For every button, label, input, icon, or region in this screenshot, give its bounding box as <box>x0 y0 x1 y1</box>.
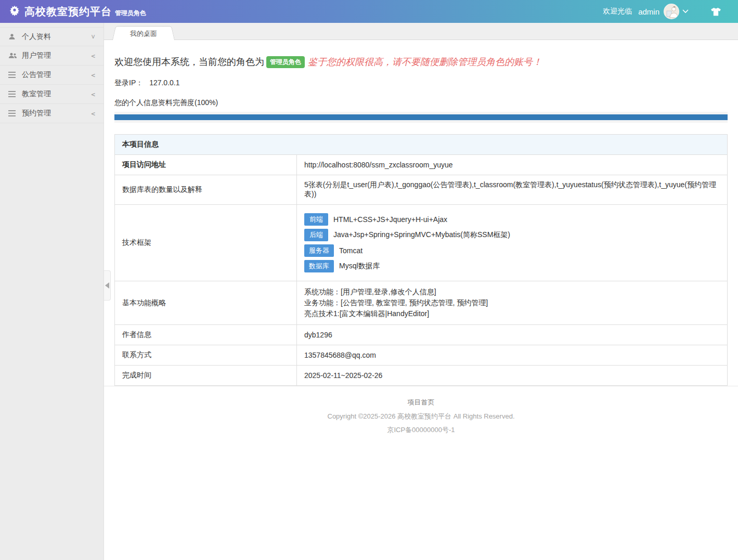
row-label: 数据库表的数量以及解释 <box>115 175 297 205</box>
row-label: 联系方式 <box>115 345 297 366</box>
row-value: http://localhost:8080/ssm_zxclassroom_yu… <box>297 155 728 175</box>
header-right: 欢迎光临 admin <box>603 4 729 19</box>
welcome-prefix: 欢迎您使用本系统，当前您的角色为 <box>114 56 264 68</box>
layout: 个人资料<用户管理<公告管理<教室管理<预约管理< 我的桌面 欢迎您使用本系统，… <box>0 23 738 560</box>
chevron-left-icon: < <box>91 71 95 79</box>
page-content: 欢迎您使用本系统，当前您的角色为 管理员角色 鉴于您的权限很高，请不要随便删除管… <box>104 40 738 386</box>
tshirt-theme-icon[interactable] <box>710 7 721 16</box>
table-row: 作者信息dyb1296 <box>115 325 728 345</box>
welcome-line: 欢迎您使用本系统，当前您的角色为 管理员角色 鉴于您的权限很高，请不要随便删除管… <box>114 56 728 68</box>
sidebar-item-label: 个人资料 <box>22 32 51 42</box>
welcome-label: 欢迎光临 <box>603 7 632 16</box>
login-ip-value: 127.0.0.1 <box>149 79 179 87</box>
sidebar-item[interactable]: 用户管理< <box>0 46 103 66</box>
gear-icon <box>9 6 20 19</box>
row-value: 5张表(分别是t_user(用户表),t_gonggao(公告管理表),t_cl… <box>297 175 728 205</box>
sidebar-item-label: 预约管理 <box>22 109 51 118</box>
tech-badge: 后端 <box>304 229 328 241</box>
chevron-left-icon: < <box>91 110 95 118</box>
collapse-arrow-icon <box>105 282 109 289</box>
app-header: 高校教室预约平台 管理员角色 欢迎光临 admin <box>0 0 738 23</box>
sidebar-item-label: 用户管理 <box>22 51 51 60</box>
login-ip-label: 登录IP： <box>114 79 143 87</box>
sidebar-item[interactable]: 个人资料< <box>0 27 103 46</box>
table-row: 项目访问地址http://localhost:8080/ssm_zxclassr… <box>115 155 728 175</box>
sidebar-item[interactable]: 教室管理< <box>0 85 103 104</box>
chevron-left-icon: < <box>91 52 95 60</box>
row-label: 技术框架 <box>115 205 297 281</box>
profile-completeness-label: 您的个人信息资料完善度(100%) <box>114 98 728 108</box>
sidebar: 个人资料<用户管理<公告管理<教室管理<预约管理< <box>0 23 104 560</box>
tech-line: 服务器Tomcat <box>304 244 720 257</box>
profile-progress-track <box>114 112 728 123</box>
feature-line: 亮点技术1:[富文本编辑器|HandyEditor] <box>304 308 720 319</box>
table-row: 数据库表的数量以及解释5张表(分别是t_user(用户表),t_gonggao(… <box>115 175 728 205</box>
row-label: 项目访问地址 <box>115 155 297 175</box>
sidebar-item[interactable]: 公告管理< <box>0 66 103 85</box>
row-value: 1357845688@qq.com <box>297 345 728 366</box>
row-label: 完成时间 <box>115 366 297 386</box>
login-ip-line: 登录IP： 127.0.0.1 <box>114 79 728 88</box>
sidebar-menu: 个人资料<用户管理<公告管理<教室管理<预约管理< <box>0 27 103 123</box>
sidebar-item-label: 公告管理 <box>22 70 51 80</box>
project-info-table: 本项目信息 项目访问地址http://localhost:8080/ssm_zx… <box>114 134 728 386</box>
admin-warning-text: 鉴于您的权限很高，请不要随便删除管理员角色的账号！ <box>308 56 542 68</box>
sidebar-collapse-handle[interactable] <box>104 270 111 301</box>
users-icon <box>8 52 18 59</box>
footer-copyright: Copyright ©2025-2026 高校教室预约平台 All Rights… <box>104 412 738 421</box>
main-column: 我的桌面 欢迎您使用本系统，当前您的角色为 管理员角色 鉴于您的权限很高，请不要… <box>104 23 738 560</box>
row-value: 前端HTML+CSS+JS+Jquery+H-ui+Ajax后端Java+Jsp… <box>297 205 728 281</box>
tech-badge: 前端 <box>304 213 328 226</box>
chevron-down-icon: < <box>89 35 97 39</box>
footer-home-link[interactable]: 项目首页 <box>104 398 738 407</box>
chevron-down-icon[interactable] <box>682 9 689 14</box>
table-row: 联系方式1357845688@qq.com <box>115 345 728 366</box>
table-title: 本项目信息 <box>115 135 728 155</box>
brand: 高校教室预约平台 管理员角色 <box>9 4 146 19</box>
current-username: admin <box>638 7 659 16</box>
tech-text: HTML+CSS+JS+Jquery+H-ui+Ajax <box>333 215 447 224</box>
footer-icp: 京ICP备00000000号-1 <box>104 425 738 435</box>
row-label: 作者信息 <box>115 325 297 345</box>
row-value: dyb1296 <box>297 325 728 345</box>
app-role-subtitle: 管理员角色 <box>115 9 146 18</box>
tab-label: 我的桌面 <box>130 30 157 37</box>
list-icon <box>8 110 18 116</box>
table-row: 完成时间2025-02-11~2025-02-26 <box>115 366 728 386</box>
user-icon <box>8 33 18 41</box>
feature-line: 业务功能：[公告管理, 教室管理, 预约状态管理, 预约管理] <box>304 297 720 308</box>
tech-text: Tomcat <box>339 246 362 255</box>
role-badge: 管理员角色 <box>266 56 305 68</box>
tab-my-desktop[interactable]: 我的桌面 <box>118 26 170 40</box>
feature-line: 系统功能：[用户管理,登录,修改个人信息] <box>304 286 720 297</box>
table-row: 基本功能概略系统功能：[用户管理,登录,修改个人信息]业务功能：[公告管理, 教… <box>115 281 728 325</box>
tech-line: 前端HTML+CSS+JS+Jquery+H-ui+Ajax <box>304 213 720 226</box>
tech-badge: 数据库 <box>304 260 334 272</box>
row-value: 2025-02-11~2025-02-26 <box>297 366 728 386</box>
row-value: 系统功能：[用户管理,登录,修改个人信息]业务功能：[公告管理, 教室管理, 预… <box>297 281 728 325</box>
app-title: 高校教室预约平台 <box>24 5 112 19</box>
tech-line: 后端Java+Jsp+Spring+SpringMVC+Mybatis(简称SS… <box>304 229 720 241</box>
tech-badge: 服务器 <box>304 244 334 257</box>
row-label: 基本功能概略 <box>115 281 297 325</box>
table-row: 技术框架前端HTML+CSS+JS+Jquery+H-ui+Ajax后端Java… <box>115 205 728 281</box>
tech-text: Mysql数据库 <box>339 262 380 271</box>
avatar[interactable] <box>664 4 679 19</box>
progress-bar-fill <box>114 114 728 120</box>
sidebar-item-label: 教室管理 <box>22 89 51 99</box>
page-footer: 项目首页 Copyright ©2025-2026 高校教室预约平台 All R… <box>104 386 738 450</box>
list-icon <box>8 91 18 97</box>
tab-bar: 我的桌面 <box>104 23 738 40</box>
tech-line: 数据库Mysql数据库 <box>304 260 720 272</box>
sidebar-item[interactable]: 预约管理< <box>0 104 103 123</box>
list-icon <box>8 72 18 78</box>
tech-text: Java+Jsp+Spring+SpringMVC+Mybatis(简称SSM框… <box>333 230 510 240</box>
chevron-left-icon: < <box>91 90 95 98</box>
